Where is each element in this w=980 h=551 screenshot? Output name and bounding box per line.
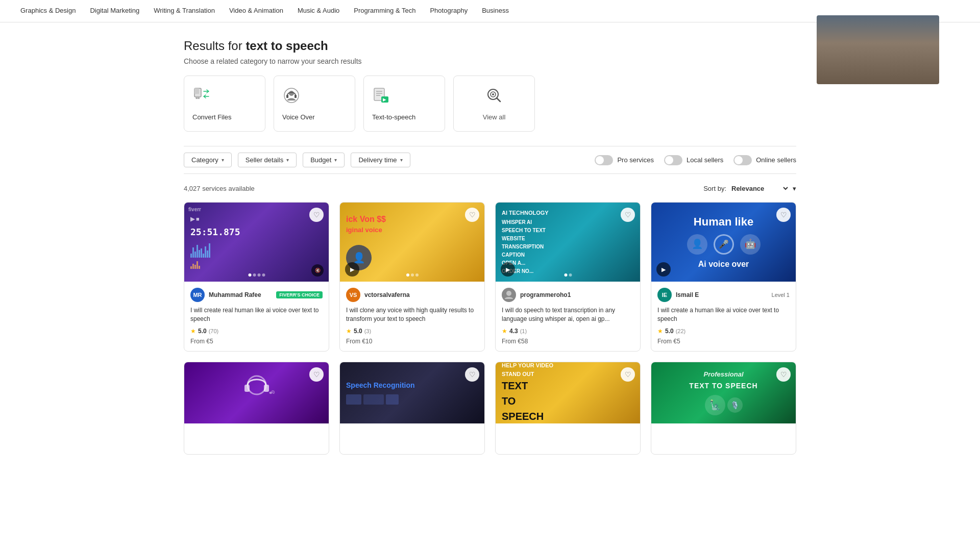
budget-chevron-icon: ▾: [334, 157, 337, 163]
dots-row-1: [248, 273, 265, 277]
local-sellers-toggle[interactable]: [664, 155, 682, 165]
gig-title-4: I will create a human like ai voice over…: [657, 306, 790, 323]
price-row-1: From €5: [190, 338, 323, 345]
pro-services-toggle[interactable]: [595, 155, 613, 165]
thumb-text-8: Professional TEXT TO SPEECH 🗽 🎙️: [651, 362, 796, 423]
heart-button-4[interactable]: ♡: [776, 208, 791, 222]
rating-count-4: (22): [676, 328, 686, 334]
nav-business[interactable]: Business: [482, 1, 509, 21]
local-sellers-toggle-group: Local sellers: [664, 155, 723, 165]
nav-writing-translation[interactable]: Writing & Translation: [154, 1, 215, 21]
dot-3: [257, 273, 260, 277]
heart-button-3[interactable]: ♡: [621, 208, 635, 222]
thumb-text-7: HELP YOUR VIDEO STAND OUT TEXT TO SPEECH: [496, 362, 640, 423]
category-chevron-icon: ▾: [222, 157, 224, 163]
category-card-convert-files[interactable]: ≡≡ Convert Files: [184, 76, 265, 132]
gig-thumbnail-7: HELP YOUR VIDEO STAND OUT TEXT TO SPEECH…: [496, 362, 640, 423]
gig-thumbnail-3: AI TECHNOLOGY WHISPER AI SPEECH TO TEXT …: [496, 203, 640, 282]
pro-services-label: Pro services: [617, 156, 654, 164]
dots-row-2: [406, 273, 419, 277]
gig-grid-row1: ▶ ■ 25:51.875: [184, 202, 796, 352]
svg-point-16: [492, 93, 494, 95]
seller-details-filter-label: Seller details: [246, 156, 283, 164]
heart-button-6[interactable]: ♡: [465, 367, 479, 382]
sort-chevron-icon: ▾: [793, 185, 796, 192]
seller-name-4: Ismail E: [676, 291, 768, 298]
category-card-voice-over[interactable]: Voice Over: [274, 76, 355, 132]
gig-body-5: [184, 423, 329, 454]
delivery-time-filter-button[interactable]: Delivery time ▾: [351, 153, 410, 167]
heart-button-1[interactable]: ♡: [309, 208, 324, 222]
nav-video-animation[interactable]: Video & Animation: [229, 1, 283, 21]
nav-programming-tech[interactable]: Programming & Tech: [354, 1, 415, 21]
gig-thumbnail-2: ick Von $$ iginal voice 👤 ♡ ▶: [340, 203, 484, 282]
page-subtitle: Choose a related category to narrow your…: [184, 57, 796, 65]
gig-card-2[interactable]: ick Von $$ iginal voice 👤 ♡ ▶ VS vct: [339, 202, 485, 352]
thumb-text-5: [184, 362, 329, 423]
gig-card-6[interactable]: Speech Recognition ♡: [339, 362, 485, 455]
gig-thumbnail-8: Professional TEXT TO SPEECH 🗽 🎙️ ♡: [651, 362, 796, 423]
main-content: Results for text to speech Choose a rela…: [163, 22, 817, 455]
rating-row-3: ★ 4.3 (1): [502, 328, 634, 335]
rating-row-4: ★ 5.0 (22): [657, 328, 790, 335]
svg-rect-1: [194, 88, 199, 94]
sort-select[interactable]: Relevance Best Selling Newest Arrivals: [729, 184, 790, 193]
play-button-3[interactable]: ▶: [501, 262, 515, 277]
seller-avatar-4: IE: [657, 288, 672, 302]
nav-digital-marketing[interactable]: Digital Marketing: [90, 1, 139, 21]
star-icon-1: ★: [190, 328, 196, 335]
heart-button-5[interactable]: ♡: [309, 367, 324, 382]
gig-thumbnail-1: ▶ ■ 25:51.875: [184, 203, 329, 282]
category-card-view-all[interactable]: View all: [453, 76, 535, 132]
category-filter-button[interactable]: Category ▾: [184, 153, 232, 167]
online-sellers-label: Online sellers: [756, 156, 796, 164]
heart-button-8[interactable]: ♡: [776, 367, 791, 382]
nav-photography[interactable]: Photography: [430, 1, 468, 21]
price-row-2: From €10: [346, 338, 478, 345]
gig-body-6: [340, 423, 484, 454]
dot2-1: [406, 273, 409, 277]
gig-card-8[interactable]: Professional TEXT TO SPEECH 🗽 🎙️ ♡: [651, 362, 796, 455]
online-sellers-toggle-group: Online sellers: [733, 155, 796, 165]
text-to-speech-icon: ▶: [372, 86, 390, 108]
level-badge-4: Level 1: [772, 292, 790, 298]
gig-title-3: I will do speech to text transcription i…: [502, 306, 634, 323]
text-to-speech-label: Text-to-speech: [372, 113, 415, 121]
gig-card-7[interactable]: HELP YOUR VIDEO STAND OUT TEXT TO SPEECH…: [495, 362, 641, 455]
seller-details-filter-button[interactable]: Seller details ▾: [238, 153, 297, 167]
rating-count-1: (70): [209, 328, 219, 334]
nav-music-audio[interactable]: Music & Audio: [298, 1, 339, 21]
sort-by-group: Sort by: Relevance Best Selling Newest A…: [703, 184, 796, 193]
mute-button-1[interactable]: 🔇: [311, 264, 324, 277]
seller-name-1: Muhammad Rafee: [209, 291, 272, 298]
dot-1: [248, 273, 251, 277]
budget-filter-button[interactable]: Budget ▾: [303, 153, 345, 167]
svg-point-17: [506, 291, 511, 296]
category-card-text-to-speech[interactable]: ▶ Text-to-speech: [363, 76, 445, 132]
svg-rect-6: [295, 95, 297, 98]
page-title: Results for text to speech: [184, 39, 796, 53]
choice-badge-1: FIVERR'S CHOICE: [276, 291, 323, 298]
heart-button-7[interactable]: ♡: [621, 367, 635, 382]
results-header: 4,027 services available Sort by: Releva…: [184, 184, 796, 193]
svg-rect-20: [264, 385, 269, 392]
voice-over-icon: [282, 86, 301, 108]
online-sellers-toggle[interactable]: [733, 155, 752, 165]
gig-card-5[interactable]: ♡: [184, 362, 329, 455]
gig-title-2: I will clone any voice with high quality…: [346, 306, 478, 323]
filter-toggles: Pro services Local sellers Online seller…: [595, 155, 796, 165]
headphone-illustration-icon: [236, 372, 277, 413]
gig-card-1[interactable]: ▶ ■ 25:51.875: [184, 202, 329, 352]
gig-card-4[interactable]: Human like 👤 🎤 🤖 Ai voice over ♡ ▶ IE Is…: [651, 202, 796, 352]
gig-card-3[interactable]: AI TECHNOLOGY WHISPER AI SPEECH TO TEXT …: [495, 202, 641, 352]
play-button-2[interactable]: ▶: [345, 262, 359, 277]
gig-body-8: [651, 423, 796, 454]
nav-graphics-design[interactable]: Graphics & Design: [20, 1, 76, 21]
play-button-4[interactable]: ▶: [656, 262, 671, 277]
heart-button-2[interactable]: ♡: [465, 208, 479, 222]
convert-files-icon: ≡≡: [192, 86, 211, 108]
dot3-2: [569, 273, 572, 277]
results-count: 4,027 services available: [184, 185, 255, 192]
delivery-time-filter-label: Delivery time: [358, 156, 397, 164]
seller-details-chevron-icon: ▾: [286, 157, 289, 163]
